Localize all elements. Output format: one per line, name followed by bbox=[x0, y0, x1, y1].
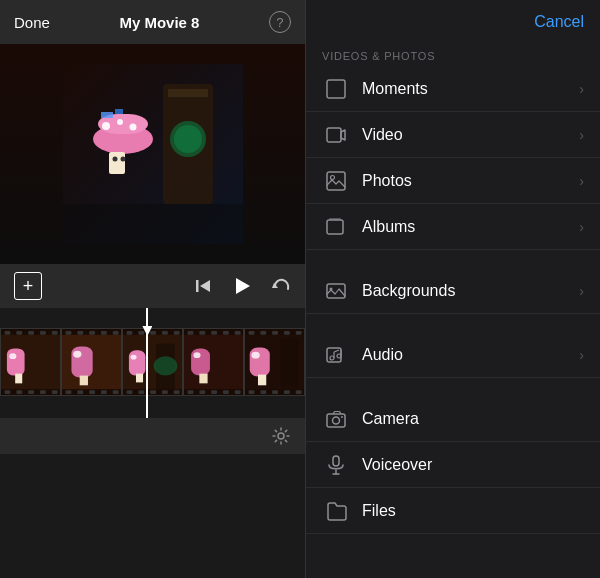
svg-rect-63 bbox=[162, 331, 168, 335]
svg-rect-83 bbox=[211, 390, 217, 394]
playhead bbox=[146, 308, 148, 418]
playback-controls bbox=[193, 275, 291, 297]
svg-rect-81 bbox=[188, 390, 194, 394]
menu-item-audio[interactable]: Audio › bbox=[306, 332, 600, 378]
svg-rect-23 bbox=[15, 374, 22, 384]
film-frame bbox=[61, 328, 122, 396]
svg-rect-46 bbox=[113, 331, 119, 335]
svg-point-10 bbox=[120, 157, 125, 162]
moments-chevron: › bbox=[579, 81, 584, 97]
svg-rect-26 bbox=[5, 331, 11, 335]
browser-header: Cancel bbox=[306, 0, 600, 44]
svg-rect-79 bbox=[223, 331, 229, 335]
video-chevron: › bbox=[579, 127, 584, 143]
svg-rect-39 bbox=[80, 376, 88, 386]
menu-item-camera[interactable]: Camera bbox=[306, 396, 600, 442]
svg-marker-17 bbox=[200, 280, 210, 292]
media-menu-list: Moments › Video › Photos bbox=[306, 66, 600, 534]
editor-title: My Movie 8 bbox=[119, 14, 199, 31]
menu-separator-1 bbox=[306, 250, 600, 268]
skip-back-button[interactable] bbox=[193, 276, 213, 296]
moments-icon bbox=[322, 75, 350, 103]
albums-label: Albums bbox=[362, 218, 579, 236]
video-icon bbox=[322, 121, 350, 149]
film-frame bbox=[244, 328, 305, 396]
svg-rect-2 bbox=[168, 89, 208, 97]
menu-item-video[interactable]: Video › bbox=[306, 112, 600, 158]
svg-rect-35 bbox=[52, 390, 58, 394]
svg-rect-51 bbox=[113, 390, 119, 394]
photos-chevron: › bbox=[579, 173, 584, 189]
files-label: Files bbox=[362, 502, 584, 520]
add-media-button[interactable]: + bbox=[14, 272, 42, 300]
timeline-strip bbox=[0, 328, 305, 396]
svg-rect-45 bbox=[101, 331, 107, 335]
undo-button[interactable] bbox=[271, 276, 291, 296]
svg-rect-82 bbox=[199, 390, 205, 394]
svg-rect-73 bbox=[199, 374, 207, 384]
editor-header: Done My Movie 8 ? bbox=[0, 0, 305, 44]
svg-rect-69 bbox=[174, 390, 180, 394]
svg-point-7 bbox=[129, 124, 136, 131]
svg-rect-33 bbox=[28, 390, 34, 394]
svg-rect-66 bbox=[138, 390, 144, 394]
svg-point-38 bbox=[73, 351, 81, 358]
menu-item-moments[interactable]: Moments › bbox=[306, 66, 600, 112]
film-frame bbox=[183, 328, 244, 396]
svg-rect-67 bbox=[150, 390, 156, 394]
svg-rect-96 bbox=[284, 331, 290, 335]
svg-marker-106 bbox=[341, 130, 345, 140]
backgrounds-icon bbox=[322, 277, 350, 305]
svg-rect-68 bbox=[162, 390, 168, 394]
backgrounds-chevron: › bbox=[579, 283, 584, 299]
svg-rect-16 bbox=[196, 280, 199, 292]
svg-rect-101 bbox=[284, 390, 290, 394]
menu-item-albums[interactable]: Albums › bbox=[306, 204, 600, 250]
menu-item-photos[interactable]: Photos › bbox=[306, 158, 600, 204]
settings-bar bbox=[0, 418, 305, 454]
svg-rect-32 bbox=[16, 390, 22, 394]
cancel-button[interactable]: Cancel bbox=[534, 13, 584, 31]
svg-rect-62 bbox=[150, 331, 156, 335]
voiceover-icon bbox=[322, 451, 350, 479]
svg-rect-105 bbox=[327, 128, 341, 142]
help-button[interactable]: ? bbox=[269, 11, 291, 33]
svg-rect-37 bbox=[71, 346, 92, 377]
svg-rect-44 bbox=[89, 331, 95, 335]
albums-icon bbox=[322, 213, 350, 241]
svg-rect-60 bbox=[127, 331, 133, 335]
menu-item-files[interactable]: Files bbox=[306, 488, 600, 534]
svg-rect-27 bbox=[16, 331, 22, 335]
svg-rect-47 bbox=[66, 390, 72, 394]
svg-rect-104 bbox=[327, 80, 345, 98]
svg-point-112 bbox=[330, 287, 333, 290]
timeline-area[interactable] bbox=[0, 308, 305, 418]
svg-rect-90 bbox=[280, 339, 298, 388]
timeline-controls: + bbox=[0, 264, 305, 308]
svg-rect-107 bbox=[327, 172, 345, 190]
svg-rect-119 bbox=[327, 414, 345, 427]
settings-button[interactable] bbox=[271, 426, 291, 446]
play-button[interactable] bbox=[231, 275, 253, 297]
svg-point-103 bbox=[278, 433, 284, 439]
menu-item-voiceover[interactable]: Voiceover bbox=[306, 442, 600, 488]
svg-point-72 bbox=[193, 352, 200, 358]
svg-point-88 bbox=[251, 352, 259, 359]
menu-item-backgrounds[interactable]: Backgrounds › bbox=[306, 268, 600, 314]
svg-point-57 bbox=[154, 356, 178, 375]
svg-rect-28 bbox=[28, 331, 34, 335]
svg-rect-11 bbox=[101, 112, 113, 118]
svg-rect-77 bbox=[199, 331, 205, 335]
svg-rect-55 bbox=[136, 374, 143, 383]
svg-rect-97 bbox=[296, 331, 302, 335]
editor-panel: Done My Movie 8 ? bbox=[0, 0, 305, 578]
svg-point-5 bbox=[102, 122, 110, 130]
svg-rect-8 bbox=[109, 152, 125, 174]
svg-rect-15 bbox=[63, 204, 243, 244]
svg-rect-94 bbox=[260, 331, 266, 335]
film-frame bbox=[0, 328, 61, 396]
svg-rect-84 bbox=[223, 390, 229, 394]
svg-rect-43 bbox=[77, 331, 83, 335]
done-button[interactable]: Done bbox=[14, 14, 50, 31]
svg-point-114 bbox=[330, 356, 334, 360]
